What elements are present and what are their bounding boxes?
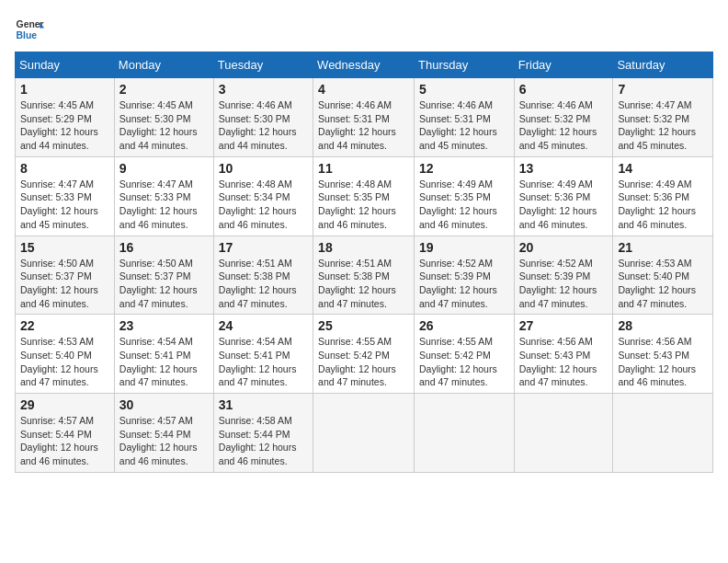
day-info: Sunrise: 4:46 AMSunset: 5:31 PMDaylight:… [318, 98, 409, 153]
calendar-cell: 31 Sunrise: 4:58 AMSunset: 5:44 PMDaylig… [213, 394, 313, 473]
calendar-cell: 17 Sunrise: 4:51 AMSunset: 5:38 PMDaylig… [213, 236, 313, 315]
calendar-cell: 26 Sunrise: 4:55 AMSunset: 5:42 PMDaylig… [415, 315, 515, 394]
day-info: Sunrise: 4:46 AMSunset: 5:30 PMDaylight:… [219, 98, 308, 153]
calendar-week-row: 22 Sunrise: 4:53 AMSunset: 5:40 PMDaylig… [16, 315, 713, 394]
day-number: 29 [20, 397, 109, 412]
day-number: 19 [419, 240, 509, 255]
calendar-cell: 8 Sunrise: 4:47 AMSunset: 5:33 PMDayligh… [16, 156, 115, 236]
calendar-body: 1 Sunrise: 4:45 AMSunset: 5:29 PMDayligh… [16, 78, 713, 473]
day-info: Sunrise: 4:47 AMSunset: 5:33 PMDaylight:… [119, 178, 209, 232]
calendar-cell: 1 Sunrise: 4:45 AMSunset: 5:29 PMDayligh… [16, 78, 115, 157]
day-info: Sunrise: 4:48 AMSunset: 5:34 PMDaylight:… [219, 178, 308, 232]
calendar-cell: 23 Sunrise: 4:54 AMSunset: 5:41 PMDaylig… [114, 315, 213, 394]
day-number: 9 [119, 161, 209, 176]
day-number: 25 [318, 318, 409, 333]
calendar-cell: 18 Sunrise: 4:51 AMSunset: 5:38 PMDaylig… [313, 236, 415, 315]
calendar-cell: 24 Sunrise: 4:54 AMSunset: 5:41 PMDaylig… [213, 315, 313, 394]
day-of-week-header: Monday [114, 52, 213, 78]
calendar-cell: 3 Sunrise: 4:46 AMSunset: 5:30 PMDayligh… [213, 78, 313, 157]
calendar-cell: 19 Sunrise: 4:52 AMSunset: 5:39 PMDaylig… [415, 236, 515, 315]
day-of-week-header: Wednesday [313, 52, 415, 78]
day-number: 23 [119, 318, 209, 333]
day-info: Sunrise: 4:55 AMSunset: 5:42 PMDaylight:… [318, 335, 409, 389]
day-number: 22 [20, 318, 109, 333]
day-number: 3 [219, 82, 308, 97]
day-number: 6 [519, 82, 609, 97]
day-number: 10 [219, 161, 308, 176]
calendar-cell: 30 Sunrise: 4:57 AMSunset: 5:44 PMDaylig… [114, 394, 213, 473]
calendar-cell: 12 Sunrise: 4:49 AMSunset: 5:35 PMDaylig… [415, 156, 515, 236]
day-number: 2 [119, 82, 209, 97]
day-number: 24 [219, 318, 308, 333]
day-info: Sunrise: 4:56 AMSunset: 5:43 PMDaylight:… [519, 335, 609, 389]
day-info: Sunrise: 4:57 AMSunset: 5:44 PMDaylight:… [20, 414, 109, 468]
calendar-cell: 14 Sunrise: 4:49 AMSunset: 5:36 PMDaylig… [613, 156, 713, 236]
calendar-cell [415, 394, 515, 473]
day-info: Sunrise: 4:45 AMSunset: 5:30 PMDaylight:… [119, 98, 209, 153]
calendar-cell: 25 Sunrise: 4:55 AMSunset: 5:42 PMDaylig… [313, 315, 415, 394]
calendar-cell: 13 Sunrise: 4:49 AMSunset: 5:36 PMDaylig… [514, 156, 613, 236]
day-info: Sunrise: 4:58 AMSunset: 5:44 PMDaylight:… [219, 414, 308, 468]
calendar-cell: 28 Sunrise: 4:56 AMSunset: 5:43 PMDaylig… [613, 315, 713, 394]
day-number: 14 [618, 161, 708, 176]
day-info: Sunrise: 4:55 AMSunset: 5:42 PMDaylight:… [419, 335, 509, 389]
logo-icon: General Blue [15, 15, 44, 44]
day-number: 11 [318, 161, 409, 176]
day-number: 16 [119, 240, 209, 255]
day-info: Sunrise: 4:53 AMSunset: 5:40 PMDaylight:… [618, 257, 708, 311]
day-info: Sunrise: 4:47 AMSunset: 5:32 PMDaylight:… [618, 98, 708, 153]
day-info: Sunrise: 4:49 AMSunset: 5:36 PMDaylight:… [618, 178, 708, 232]
day-number: 30 [119, 397, 209, 412]
calendar-cell: 27 Sunrise: 4:56 AMSunset: 5:43 PMDaylig… [514, 315, 613, 394]
calendar-cell: 5 Sunrise: 4:46 AMSunset: 5:31 PMDayligh… [415, 78, 515, 157]
calendar-cell: 9 Sunrise: 4:47 AMSunset: 5:33 PMDayligh… [114, 156, 213, 236]
calendar-week-row: 1 Sunrise: 4:45 AMSunset: 5:29 PMDayligh… [16, 78, 713, 157]
day-info: Sunrise: 4:56 AMSunset: 5:43 PMDaylight:… [618, 335, 708, 389]
calendar-header-row: SundayMondayTuesdayWednesdayThursdayFrid… [16, 52, 713, 78]
day-info: Sunrise: 4:52 AMSunset: 5:39 PMDaylight:… [519, 257, 609, 311]
calendar-cell: 10 Sunrise: 4:48 AMSunset: 5:34 PMDaylig… [213, 156, 313, 236]
day-number: 7 [618, 82, 708, 97]
day-number: 17 [219, 240, 308, 255]
day-info: Sunrise: 4:52 AMSunset: 5:39 PMDaylight:… [419, 257, 509, 311]
day-number: 28 [618, 318, 708, 333]
day-number: 26 [419, 318, 509, 333]
day-info: Sunrise: 4:50 AMSunset: 5:37 PMDaylight:… [119, 257, 209, 311]
calendar-cell: 20 Sunrise: 4:52 AMSunset: 5:39 PMDaylig… [514, 236, 613, 315]
calendar-cell: 2 Sunrise: 4:45 AMSunset: 5:30 PMDayligh… [114, 78, 213, 157]
calendar-cell: 6 Sunrise: 4:46 AMSunset: 5:32 PMDayligh… [514, 78, 613, 157]
day-number: 13 [519, 161, 609, 176]
calendar-table: SundayMondayTuesdayWednesdayThursdayFrid… [15, 52, 713, 473]
day-info: Sunrise: 4:51 AMSunset: 5:38 PMDaylight:… [219, 257, 308, 311]
day-info: Sunrise: 4:46 AMSunset: 5:31 PMDaylight:… [419, 98, 509, 153]
svg-text:Blue: Blue [17, 30, 38, 40]
day-of-week-header: Thursday [415, 52, 515, 78]
day-number: 12 [419, 161, 509, 176]
calendar-cell: 7 Sunrise: 4:47 AMSunset: 5:32 PMDayligh… [613, 78, 713, 157]
day-info: Sunrise: 4:50 AMSunset: 5:37 PMDaylight:… [20, 257, 109, 311]
day-of-week-header: Saturday [613, 52, 713, 78]
day-of-week-header: Tuesday [213, 52, 313, 78]
calendar-cell [613, 394, 713, 473]
day-number: 4 [318, 82, 409, 97]
day-info: Sunrise: 4:54 AMSunset: 5:41 PMDaylight:… [219, 335, 308, 389]
day-info: Sunrise: 4:53 AMSunset: 5:40 PMDaylight:… [20, 335, 109, 389]
day-info: Sunrise: 4:57 AMSunset: 5:44 PMDaylight:… [119, 414, 209, 468]
day-number: 27 [519, 318, 609, 333]
calendar-cell: 15 Sunrise: 4:50 AMSunset: 5:37 PMDaylig… [16, 236, 115, 315]
day-number: 31 [219, 397, 308, 412]
calendar-week-row: 29 Sunrise: 4:57 AMSunset: 5:44 PMDaylig… [16, 394, 713, 473]
calendar-cell [514, 394, 613, 473]
logo: General Blue [15, 15, 44, 44]
day-number: 18 [318, 240, 409, 255]
day-number: 21 [618, 240, 708, 255]
calendar-week-row: 15 Sunrise: 4:50 AMSunset: 5:37 PMDaylig… [16, 236, 713, 315]
day-of-week-header: Friday [514, 52, 613, 78]
day-info: Sunrise: 4:47 AMSunset: 5:33 PMDaylight:… [20, 178, 109, 232]
calendar-cell: 4 Sunrise: 4:46 AMSunset: 5:31 PMDayligh… [313, 78, 415, 157]
day-number: 8 [20, 161, 109, 176]
day-number: 15 [20, 240, 109, 255]
day-number: 20 [519, 240, 609, 255]
calendar-cell: 16 Sunrise: 4:50 AMSunset: 5:37 PMDaylig… [114, 236, 213, 315]
calendar-cell: 21 Sunrise: 4:53 AMSunset: 5:40 PMDaylig… [613, 236, 713, 315]
